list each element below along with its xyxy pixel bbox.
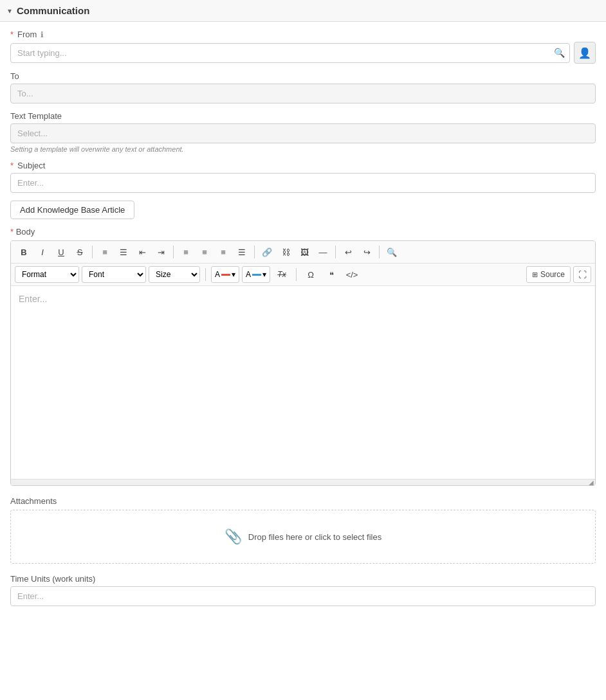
to-field-group: To <box>10 71 596 103</box>
subject-input[interactable] <box>10 173 596 193</box>
toolbar-sep-3 <box>254 246 255 258</box>
from-required-marker: * <box>10 30 14 39</box>
text-template-field-group: Text Template Setting a template will ov… <box>10 111 596 153</box>
bg-color-arrow: ▾ <box>262 270 266 279</box>
from-input-wrap: 🔍 <box>10 43 570 63</box>
time-units-input[interactable] <box>10 586 596 606</box>
clear-format-button[interactable]: Tx <box>273 266 291 283</box>
body-required-marker: * <box>10 227 14 237</box>
unordered-list-icon: ☰ <box>120 247 127 257</box>
toolbar-row2-sep-2 <box>296 268 297 281</box>
redo-icon: ↪ <box>363 247 371 257</box>
align-justify-button[interactable]: ☰ <box>233 244 251 260</box>
communication-section-header: ▾ Communication <box>0 0 606 22</box>
redo-button[interactable]: ↪ <box>358 244 376 260</box>
ordered-list-icon: ≡ <box>102 247 107 257</box>
to-label-text: To <box>10 71 19 81</box>
font-color-swatch-wrap <box>221 274 230 276</box>
font-color-button[interactable]: A ▾ <box>211 266 239 283</box>
attachments-label: Attachments <box>10 496 596 506</box>
insert-link-button[interactable]: 🔗 <box>258 244 276 260</box>
editor-body[interactable]: Enter... <box>11 286 595 479</box>
italic-button[interactable]: I <box>33 244 51 260</box>
ordered-list-button[interactable]: ≡ <box>96 244 114 260</box>
clear-format-icon: Tx <box>277 270 286 279</box>
toolbar-row2: Format Font Size A ▾ <box>11 264 595 286</box>
avatar-button[interactable]: 👤 <box>574 42 596 64</box>
from-label-text: From <box>17 30 37 39</box>
align-center-icon: ≡ <box>202 247 207 257</box>
indent-decrease-icon: ⇤ <box>139 247 146 257</box>
search-icon: 🔍 <box>387 247 397 257</box>
search-button[interactable]: 🔍 <box>383 244 401 260</box>
resize-icon: ◢ <box>589 479 594 486</box>
drop-text: Drop files here or click to select files <box>248 532 381 542</box>
image-icon: 🖼 <box>300 247 309 257</box>
bg-color-label: A <box>246 270 251 279</box>
to-label: To <box>10 71 596 81</box>
bold-button[interactable]: B <box>15 244 33 260</box>
from-row: 🔍 👤 <box>10 42 596 64</box>
template-helper-text: Setting a template will overwrite any te… <box>10 145 596 153</box>
person-icon: 👤 <box>578 47 591 59</box>
text-template-label-text: Text Template <box>10 111 62 121</box>
toolbar-sep-2 <box>173 246 174 258</box>
quote-icon: ❝ <box>329 270 334 280</box>
from-info-icon[interactable]: ℹ <box>41 30 44 39</box>
from-input[interactable] <box>10 43 570 63</box>
align-right-icon: ≡ <box>221 247 226 257</box>
drop-zone[interactable]: 📎 Drop files here or click to select fil… <box>10 510 596 564</box>
indent-decrease-button[interactable]: ⇤ <box>133 244 151 260</box>
horizontal-rule-button[interactable]: — <box>314 244 332 260</box>
form-container: * From ℹ 🔍 👤 To Text Template Setting a … <box>0 22 606 614</box>
subject-label: * Subject <box>10 161 596 170</box>
bg-color-swatch-wrap <box>252 274 261 276</box>
paperclip-icon: 📎 <box>225 528 242 545</box>
font-color-label: A <box>215 270 220 279</box>
underline-button[interactable]: U <box>52 244 70 260</box>
special-chars-button[interactable]: Ω <box>302 266 320 283</box>
align-right-button[interactable]: ≡ <box>214 244 232 260</box>
body-field-group: * Body B I U S ≡ ☰ ⇤ ⇥ <box>10 227 596 486</box>
toolbar-sep-5 <box>379 246 380 258</box>
from-icon-button[interactable]: 🔍 <box>553 46 566 59</box>
code-button[interactable]: </> <box>343 266 361 283</box>
source-label: Source <box>540 270 565 279</box>
source-button[interactable]: ⊞ Source <box>526 266 571 283</box>
add-knowledge-base-article-button[interactable]: Add Knowledge Base Article <box>10 201 134 219</box>
align-justify-icon: ☰ <box>238 247 246 257</box>
toolbar-row1: B I U S ≡ ☰ ⇤ ⇥ ≡ <box>11 241 595 264</box>
from-label: * From ℹ <box>10 30 596 39</box>
unlink-icon: ⛓ <box>282 247 290 257</box>
body-label-text: Body <box>16 227 35 237</box>
size-select[interactable]: Size <box>149 266 200 283</box>
align-center-button[interactable]: ≡ <box>196 244 214 260</box>
subject-field-group: * Subject <box>10 161 596 193</box>
strikethrough-button[interactable]: S <box>71 244 89 260</box>
subject-label-text: Subject <box>17 161 45 170</box>
undo-icon: ↩ <box>345 247 352 257</box>
text-template-label: Text Template <box>10 111 596 121</box>
text-template-input[interactable] <box>10 123 596 143</box>
undo-button[interactable]: ↩ <box>339 244 357 260</box>
indent-increase-button[interactable]: ⇥ <box>152 244 170 260</box>
align-left-button[interactable]: ≡ <box>177 244 195 260</box>
toolbar-row2-right: ⊞ Source ⛶ <box>526 266 591 283</box>
unordered-list-button[interactable]: ☰ <box>115 244 133 260</box>
code-icon: </> <box>346 270 358 280</box>
section-title: Communication <box>17 5 89 16</box>
fullscreen-icon: ⛶ <box>578 270 587 280</box>
hr-icon: — <box>319 247 327 257</box>
font-select[interactable]: Font <box>82 266 146 283</box>
blockquote-button[interactable]: ❝ <box>322 266 340 283</box>
chevron-down-icon[interactable]: ▾ <box>8 6 12 15</box>
format-select[interactable]: Format <box>15 266 79 283</box>
insert-image-button[interactable]: 🖼 <box>295 244 313 260</box>
to-input[interactable] <box>10 84 596 103</box>
remove-link-button[interactable]: ⛓ <box>277 244 295 260</box>
source-icon: ⊞ <box>532 271 538 279</box>
fullscreen-button[interactable]: ⛶ <box>573 266 591 283</box>
editor-resize-handle[interactable]: ◢ <box>11 479 595 485</box>
bg-color-button[interactable]: A ▾ <box>242 266 270 283</box>
attachments-section: Attachments 📎 Drop files here or click t… <box>10 496 596 564</box>
